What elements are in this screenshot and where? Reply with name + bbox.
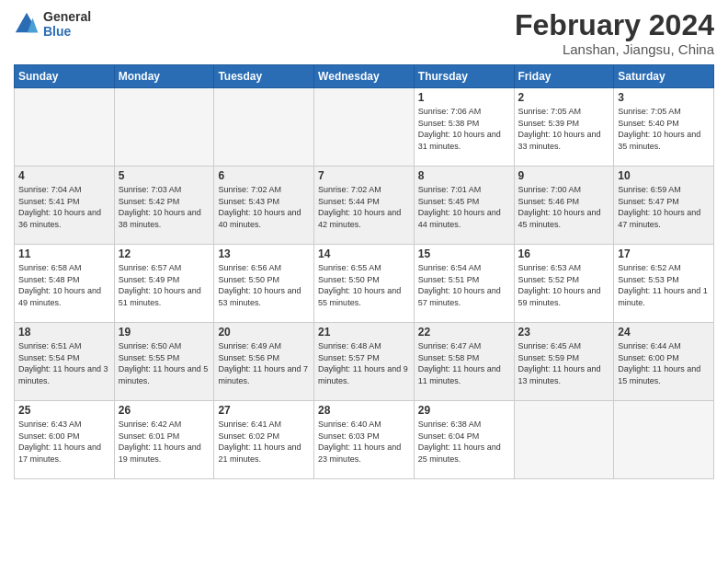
calendar-cell: 28Sunrise: 6:40 AM Sunset: 6:03 PM Dayli…	[314, 401, 415, 479]
day-header: Saturday	[614, 65, 714, 88]
day-number: 29	[418, 404, 510, 417]
logo-blue: Blue	[43, 24, 91, 39]
day-info: Sunrise: 7:00 AM Sunset: 5:46 PM Dayligh…	[518, 184, 610, 230]
week-row: 25Sunrise: 6:43 AM Sunset: 6:00 PM Dayli…	[15, 401, 714, 479]
day-info: Sunrise: 6:50 AM Sunset: 5:55 PM Dayligh…	[119, 340, 210, 386]
header-row: SundayMondayTuesdayWednesdayThursdayFrid…	[15, 65, 714, 88]
day-number: 7	[318, 169, 410, 182]
day-number: 12	[119, 247, 210, 260]
calendar-cell: 9Sunrise: 7:00 AM Sunset: 5:46 PM Daylig…	[514, 167, 614, 245]
calendar-cell	[114, 88, 214, 167]
day-number: 17	[618, 247, 710, 260]
calendar-cell: 27Sunrise: 6:41 AM Sunset: 6:02 PM Dayli…	[214, 401, 314, 479]
page: General Blue February 2024 Lanshan, Jian…	[0, 0, 728, 563]
day-info: Sunrise: 6:38 AM Sunset: 6:04 PM Dayligh…	[418, 419, 510, 465]
day-info: Sunrise: 7:05 AM Sunset: 5:40 PM Dayligh…	[618, 106, 710, 152]
calendar-cell: 4Sunrise: 7:04 AM Sunset: 5:41 PM Daylig…	[15, 167, 115, 245]
day-info: Sunrise: 7:02 AM Sunset: 5:43 PM Dayligh…	[218, 184, 310, 230]
calendar-cell	[214, 88, 314, 167]
day-number: 11	[18, 247, 110, 260]
day-number: 10	[618, 169, 710, 182]
day-number: 15	[418, 247, 510, 260]
day-number: 1	[418, 91, 510, 104]
day-info: Sunrise: 6:45 AM Sunset: 5:59 PM Dayligh…	[518, 340, 610, 386]
day-header: Wednesday	[314, 65, 415, 88]
day-info: Sunrise: 6:54 AM Sunset: 5:51 PM Dayligh…	[418, 262, 510, 308]
day-info: Sunrise: 6:59 AM Sunset: 5:47 PM Dayligh…	[618, 184, 710, 230]
calendar-cell: 29Sunrise: 6:38 AM Sunset: 6:04 PM Dayli…	[414, 401, 514, 479]
week-row: 4Sunrise: 7:04 AM Sunset: 5:41 PM Daylig…	[15, 167, 714, 245]
day-number: 18	[18, 326, 110, 339]
logo-text: General Blue	[43, 9, 91, 39]
calendar-cell: 14Sunrise: 6:55 AM Sunset: 5:50 PM Dayli…	[314, 245, 415, 323]
day-number: 20	[218, 326, 310, 339]
day-number: 28	[318, 404, 410, 417]
day-header: Sunday	[15, 65, 115, 88]
calendar-cell	[314, 88, 415, 167]
day-number: 3	[618, 91, 710, 104]
week-row: 18Sunrise: 6:51 AM Sunset: 5:54 PM Dayli…	[15, 323, 714, 401]
calendar-cell: 26Sunrise: 6:42 AM Sunset: 6:01 PM Dayli…	[114, 401, 214, 479]
day-header: Monday	[114, 65, 214, 88]
day-header: Friday	[514, 65, 614, 88]
calendar-cell	[614, 401, 714, 479]
calendar-cell	[15, 88, 115, 167]
day-number: 19	[119, 326, 210, 339]
day-info: Sunrise: 6:57 AM Sunset: 5:49 PM Dayligh…	[119, 262, 210, 308]
day-header: Thursday	[414, 65, 514, 88]
day-number: 16	[518, 247, 610, 260]
day-header: Tuesday	[214, 65, 314, 88]
calendar-cell: 1Sunrise: 7:06 AM Sunset: 5:38 PM Daylig…	[414, 88, 514, 167]
calendar-cell: 22Sunrise: 6:47 AM Sunset: 5:58 PM Dayli…	[414, 323, 514, 401]
day-info: Sunrise: 6:58 AM Sunset: 5:48 PM Dayligh…	[18, 262, 110, 308]
calendar-cell: 3Sunrise: 7:05 AM Sunset: 5:40 PM Daylig…	[614, 88, 714, 167]
day-number: 25	[18, 404, 110, 417]
day-number: 26	[119, 404, 210, 417]
calendar-cell: 20Sunrise: 6:49 AM Sunset: 5:56 PM Dayli…	[214, 323, 314, 401]
logo: General Blue	[14, 9, 91, 39]
calendar-cell: 25Sunrise: 6:43 AM Sunset: 6:00 PM Dayli…	[15, 401, 115, 479]
day-number: 27	[218, 404, 310, 417]
day-info: Sunrise: 6:52 AM Sunset: 5:53 PM Dayligh…	[618, 262, 710, 308]
day-number: 4	[18, 169, 110, 182]
week-row: 1Sunrise: 7:06 AM Sunset: 5:38 PM Daylig…	[15, 88, 714, 167]
day-number: 14	[318, 247, 410, 260]
calendar-cell: 16Sunrise: 6:53 AM Sunset: 5:52 PM Dayli…	[514, 245, 614, 323]
calendar-cell: 10Sunrise: 6:59 AM Sunset: 5:47 PM Dayli…	[614, 167, 714, 245]
header: General Blue February 2024 Lanshan, Jian…	[14, 9, 714, 57]
day-number: 13	[218, 247, 310, 260]
week-row: 11Sunrise: 6:58 AM Sunset: 5:48 PM Dayli…	[15, 245, 714, 323]
day-number: 6	[218, 169, 310, 182]
calendar-cell: 24Sunrise: 6:44 AM Sunset: 6:00 PM Dayli…	[614, 323, 714, 401]
day-number: 2	[518, 91, 610, 104]
day-info: Sunrise: 7:06 AM Sunset: 5:38 PM Dayligh…	[418, 106, 510, 152]
title-area: February 2024 Lanshan, Jiangsu, China	[515, 9, 714, 57]
day-info: Sunrise: 6:55 AM Sunset: 5:50 PM Dayligh…	[318, 262, 410, 308]
day-info: Sunrise: 6:43 AM Sunset: 6:00 PM Dayligh…	[18, 419, 110, 465]
day-number: 22	[418, 326, 510, 339]
day-info: Sunrise: 6:53 AM Sunset: 5:52 PM Dayligh…	[518, 262, 610, 308]
calendar-cell: 5Sunrise: 7:03 AM Sunset: 5:42 PM Daylig…	[114, 167, 214, 245]
day-info: Sunrise: 6:48 AM Sunset: 5:57 PM Dayligh…	[318, 340, 410, 386]
logo-icon	[14, 11, 40, 37]
calendar-cell	[514, 401, 614, 479]
location: Lanshan, Jiangsu, China	[515, 41, 714, 57]
logo-general: General	[43, 9, 91, 24]
day-info: Sunrise: 6:51 AM Sunset: 5:54 PM Dayligh…	[18, 340, 110, 386]
calendar-cell: 7Sunrise: 7:02 AM Sunset: 5:44 PM Daylig…	[314, 167, 415, 245]
calendar-cell: 17Sunrise: 6:52 AM Sunset: 5:53 PM Dayli…	[614, 245, 714, 323]
day-info: Sunrise: 6:41 AM Sunset: 6:02 PM Dayligh…	[218, 419, 310, 465]
day-info: Sunrise: 6:49 AM Sunset: 5:56 PM Dayligh…	[218, 340, 310, 386]
calendar-cell: 8Sunrise: 7:01 AM Sunset: 5:45 PM Daylig…	[414, 167, 514, 245]
calendar-cell: 23Sunrise: 6:45 AM Sunset: 5:59 PM Dayli…	[514, 323, 614, 401]
day-number: 5	[119, 169, 210, 182]
day-number: 8	[418, 169, 510, 182]
calendar-cell: 18Sunrise: 6:51 AM Sunset: 5:54 PM Dayli…	[15, 323, 115, 401]
day-info: Sunrise: 6:56 AM Sunset: 5:50 PM Dayligh…	[218, 262, 310, 308]
day-number: 9	[518, 169, 610, 182]
calendar-cell: 2Sunrise: 7:05 AM Sunset: 5:39 PM Daylig…	[514, 88, 614, 167]
day-info: Sunrise: 6:42 AM Sunset: 6:01 PM Dayligh…	[119, 419, 210, 465]
day-number: 24	[618, 326, 710, 339]
calendar-cell: 15Sunrise: 6:54 AM Sunset: 5:51 PM Dayli…	[414, 245, 514, 323]
day-number: 23	[518, 326, 610, 339]
